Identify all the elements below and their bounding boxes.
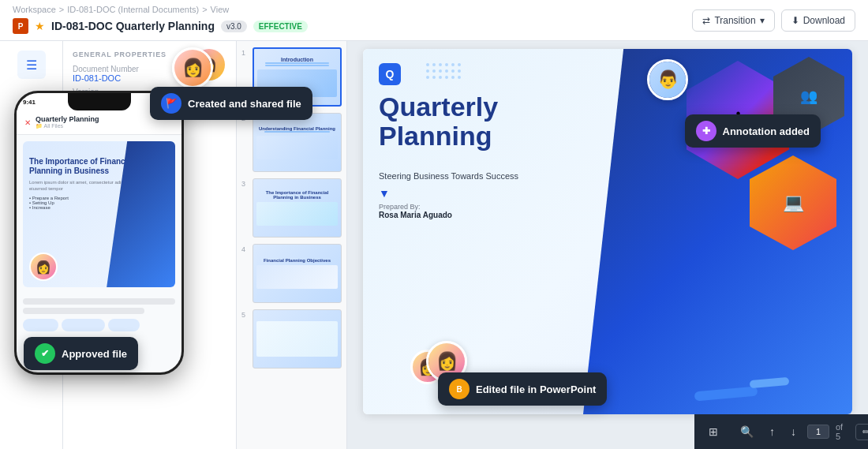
avatar-female-1: 👩	[172, 47, 213, 88]
phone-doc-title: Quarterly Planning	[36, 115, 99, 123]
breadcrumb-folder[interactable]: ID-081-DOC (Internal Documents)	[67, 5, 199, 14]
sidebar-icon-list[interactable]: ☰	[17, 51, 46, 79]
nav-down-button[interactable]: ↓	[786, 422, 801, 441]
transition-icon: ⇄	[702, 15, 710, 26]
tooltip-created: 🚩 Created and shared file	[150, 87, 312, 120]
page-input[interactable]	[807, 425, 829, 439]
download-button[interactable]: ⬇ Download	[781, 9, 855, 32]
star-icon[interactable]: ★	[35, 20, 45, 32]
page-total: of 5	[836, 422, 843, 441]
slide-arrow: ▼	[379, 187, 390, 200]
phone-notch	[68, 93, 131, 110]
top-bar: Workspace > ID-081-DOC (Internal Documen…	[0, 0, 868, 41]
breadcrumb-workspace[interactable]: Workspace	[13, 5, 56, 14]
approved-icon: ✔	[35, 343, 55, 364]
thumb-img-2[interactable]: Understanding Financial Planning	[253, 113, 342, 172]
thumb-5[interactable]: 5	[241, 309, 342, 369]
breadcrumb-sep1: >	[59, 5, 64, 14]
phone-time: 9:41	[23, 99, 36, 106]
tooltip-edited-text: Edited file in PowerPoint	[476, 384, 596, 395]
slide-logo: Q	[379, 63, 401, 85]
doc-title-row: P ★ ID-081-DOC Quarterly Planning v3.0 E…	[13, 18, 308, 34]
nav-up-button[interactable]: ↑	[765, 422, 780, 441]
effective-badge: EFFECTIVE	[253, 21, 308, 32]
main-area: Q Quarterly Planning Steering Business T…	[347, 41, 868, 449]
thumb-2[interactable]: 2 Understanding Financial Planning	[241, 113, 342, 172]
chevron-down-icon: ▾	[760, 15, 765, 26]
phone-screen: ✕ Quarterly Planning 📁 All Files The Imp…	[17, 110, 181, 372]
avatar-male-1: 👨	[647, 59, 688, 100]
download-icon: ⬇	[791, 15, 799, 26]
phone-doc-preview: The Importance of Financial Planning in …	[23, 141, 175, 287]
slide-subtitle: Steering Business Towards Success	[379, 171, 518, 181]
thumb-img-5[interactable]	[253, 309, 342, 369]
breadcrumb-view[interactable]: View	[211, 5, 230, 14]
annotation-icon: ✚	[696, 121, 716, 141]
slide-title: Quarterly Planning	[379, 92, 498, 152]
doc-title: ID-081-DOC Quarterly Planning	[51, 20, 215, 32]
thumb-img-3[interactable]: The Importance of Financial Planning in …	[253, 178, 342, 238]
created-icon: 🚩	[161, 93, 181, 114]
edited-icon: B	[449, 379, 470, 399]
annotate-button[interactable]: ✏ Annotate	[855, 424, 868, 440]
tooltip-annotation: ✚ Annotation added	[685, 114, 821, 148]
version-badge: v3.0	[221, 21, 247, 32]
thumb-3[interactable]: 3 The Importance of Financial Planning i…	[241, 178, 342, 238]
ppt-icon: P	[13, 18, 28, 34]
search-button[interactable]: 🔍	[735, 422, 758, 441]
transition-button[interactable]: ⇄ Transition ▾	[692, 9, 774, 32]
phone-close-button[interactable]: ✕	[24, 118, 31, 127]
bottom-toolbar: ⊞ 🔍 ↑ ↓ of 5 ✏ Annotate − + 60% ▾ ⛶ ⋮	[694, 414, 868, 449]
top-bar-actions: ⇄ Transition ▾ ⬇ Download	[692, 9, 855, 32]
slide-prepared: Prepared By: Rosa Maria Aguado	[379, 203, 452, 219]
phone-mockup: 9:41 ✕ Quarterly Planning 📁 All Files Th…	[14, 91, 184, 375]
phone-subtitle: 📁 All Files	[36, 123, 99, 129]
tooltip-annotation-text: Annotation added	[723, 125, 810, 137]
annotate-icon: ✏	[862, 427, 868, 437]
thumb-4[interactable]: 4 Financial Planning Objectives	[241, 244, 342, 303]
thumb-img-4[interactable]: Financial Planning Objectives	[253, 244, 342, 303]
hex-team: 💻	[750, 155, 836, 250]
grid-view-button[interactable]: ⊞	[704, 422, 723, 441]
tooltip-approved: ✔ Approved file	[24, 337, 138, 370]
breadcrumb: Workspace > ID-081-DOC (Internal Documen…	[13, 5, 229, 14]
tooltip-created-text: Created and shared file	[188, 98, 301, 110]
tooltip-approved-text: Approved file	[62, 348, 127, 360]
breadcrumb-sep2: >	[202, 5, 207, 14]
phone-slide-avatar: 👩	[29, 253, 58, 281]
tooltip-edited: B Edited file in PowerPoint	[438, 372, 607, 406]
slide-dots	[426, 63, 462, 80]
